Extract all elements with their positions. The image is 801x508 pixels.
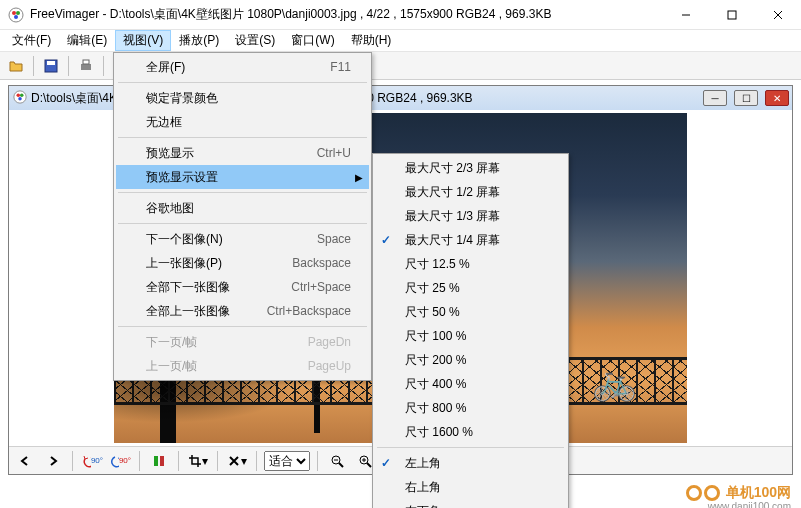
levels-button[interactable] [147, 450, 171, 472]
print-button[interactable] [74, 54, 98, 78]
submenu-size-800[interactable]: 尺寸 800 % [375, 396, 566, 420]
menu-settings[interactable]: 设置(S) [227, 30, 283, 51]
menu-preview-show[interactable]: 预览显示Ctrl+U [116, 141, 369, 165]
save-button[interactable] [39, 54, 63, 78]
svg-rect-5 [728, 11, 736, 19]
toolbar-separator [68, 56, 69, 76]
svg-point-15 [17, 93, 21, 97]
submenu-corner-tr[interactable]: 右上角 [375, 475, 566, 499]
menu-file[interactable]: 文件(F) [4, 30, 59, 51]
menubar: 文件(F) 编辑(E) 视图(V) 播放(P) 设置(S) 窗口(W) 帮助(H… [0, 30, 801, 52]
rotate-cw-button[interactable]: 90° [108, 450, 132, 472]
menu-next-image[interactable]: 下一个图像(N)Space [116, 227, 369, 251]
menu-fullscreen[interactable]: 全屏(F)F11 [116, 55, 369, 79]
menu-all-prev[interactable]: 全部上一张图像Ctrl+Backspace [116, 299, 369, 323]
svg-point-3 [14, 15, 18, 19]
submenu-size-2-3[interactable]: 最大尺寸 2/3 屏幕 [375, 156, 566, 180]
submenu-size-1-4[interactable]: ✓最大尺寸 1/4 屏幕 [375, 228, 566, 252]
svg-rect-9 [47, 61, 55, 65]
svg-rect-18 [154, 456, 158, 466]
zoom-out-button[interactable] [325, 450, 349, 472]
menu-all-next[interactable]: 全部下一张图像Ctrl+Space [116, 275, 369, 299]
check-icon: ✓ [381, 456, 391, 470]
submenu-size-1-3[interactable]: 最大尺寸 1/3 屏幕 [375, 204, 566, 228]
minimize-button[interactable] [663, 0, 709, 29]
submenu-size-1600[interactable]: 尺寸 1600 % [375, 420, 566, 444]
delete-button[interactable]: ▾ [225, 450, 249, 472]
svg-rect-19 [160, 456, 164, 466]
toolbar-separator [103, 56, 104, 76]
main-titlebar: FreeVimager - D:\tools\桌面\4K壁纸图片 1080P\d… [0, 0, 801, 30]
menu-window[interactable]: 窗口(W) [283, 30, 342, 51]
toolbar-separator [33, 56, 34, 76]
svg-rect-11 [83, 60, 89, 64]
app-icon [13, 90, 27, 107]
check-icon: ✓ [381, 233, 391, 247]
open-button[interactable] [4, 54, 28, 78]
svg-point-1 [12, 11, 16, 15]
submenu-size-200[interactable]: 尺寸 200 % [375, 348, 566, 372]
close-button[interactable] [755, 0, 801, 29]
menu-prev-page: 上一页/帧PageUp [116, 354, 369, 378]
svg-point-2 [16, 11, 20, 15]
preview-settings-submenu: 最大尺寸 2/3 屏幕 最大尺寸 1/2 屏幕 最大尺寸 1/3 屏幕 ✓最大尺… [372, 153, 569, 508]
zoom-select[interactable]: 适合 [264, 451, 310, 471]
view-menu-dropdown: 全屏(F)F11 锁定背景颜色 无边框 预览显示Ctrl+U 预览显示设置▶ 谷… [113, 52, 372, 381]
svg-point-16 [20, 93, 24, 97]
app-icon [8, 7, 24, 23]
svg-rect-10 [81, 64, 91, 70]
menu-lock-bg-color[interactable]: 锁定背景颜色 [116, 86, 369, 110]
menu-prev-image[interactable]: 上一张图像(P)Backspace [116, 251, 369, 275]
submenu-corner-bl[interactable]: 左下角 [375, 499, 566, 508]
svg-line-26 [367, 463, 371, 467]
submenu-size-50[interactable]: 尺寸 50 % [375, 300, 566, 324]
crop-button[interactable]: ▾ [186, 450, 210, 472]
maximize-button[interactable] [709, 0, 755, 29]
child-maximize-button[interactable]: ☐ [734, 90, 758, 106]
menu-no-border[interactable]: 无边框 [116, 110, 369, 134]
menu-next-page: 下一页/帧PageDn [116, 330, 369, 354]
window-title: FreeVimager - D:\tools\桌面\4K壁纸图片 1080P\d… [30, 6, 663, 23]
submenu-size-25[interactable]: 尺寸 25 % [375, 276, 566, 300]
child-close-button[interactable]: ✕ [765, 90, 789, 106]
child-minimize-button[interactable]: ─ [703, 90, 727, 106]
submenu-size-12-5[interactable]: 尺寸 12.5 % [375, 252, 566, 276]
menu-google-maps[interactable]: 谷歌地图 [116, 196, 369, 220]
menu-view[interactable]: 视图(V) [115, 30, 171, 51]
submenu-corner-tl[interactable]: ✓左上角 [375, 451, 566, 475]
submenu-size-1-2[interactable]: 最大尺寸 1/2 屏幕 [375, 180, 566, 204]
submenu-size-400[interactable]: 尺寸 400 % [375, 372, 566, 396]
rotate-ccw-button[interactable]: 90° [80, 450, 104, 472]
svg-point-17 [18, 97, 22, 101]
watermark: 单机100网 www.danji100.com [686, 484, 791, 502]
prev-button[interactable] [13, 450, 37, 472]
menu-edit[interactable]: 编辑(E) [59, 30, 115, 51]
svg-line-22 [339, 463, 343, 467]
menu-help[interactable]: 帮助(H) [343, 30, 400, 51]
menu-play[interactable]: 播放(P) [171, 30, 227, 51]
next-button[interactable] [41, 450, 65, 472]
submenu-size-100[interactable]: 尺寸 100 % [375, 324, 566, 348]
submenu-arrow-icon: ▶ [355, 172, 363, 183]
menu-preview-settings[interactable]: 预览显示设置▶ [116, 165, 369, 189]
